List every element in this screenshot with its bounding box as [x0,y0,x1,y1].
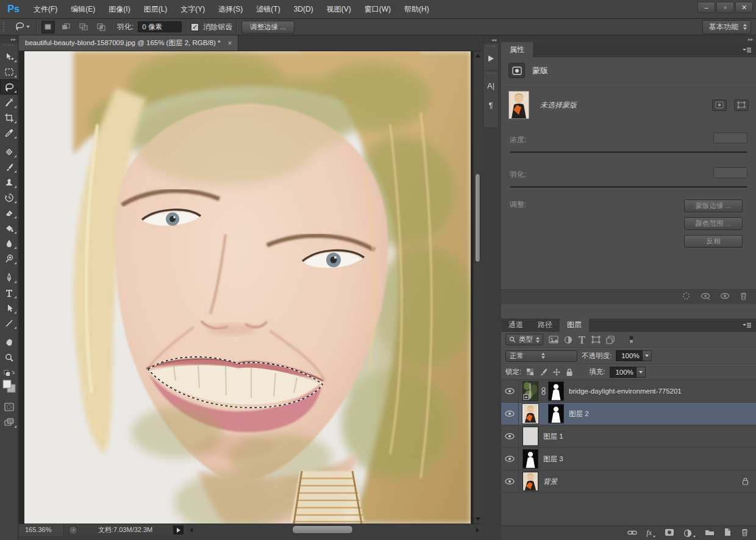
panel-collapse-icon[interactable]: ▸▸ [501,35,756,43]
lock-all-icon[interactable] [566,368,573,376]
color-range-button[interactable]: 颜色范围 ... [684,217,743,230]
menu-edit[interactable]: 编辑(E) [64,0,102,19]
lock-image-pixels-icon[interactable] [539,368,547,376]
quick-selection-tool[interactable] [0,95,18,110]
scroll-right-icon[interactable] [476,528,479,533]
vertical-scrollbar[interactable] [473,51,482,524]
visibility-toggle[interactable] [501,448,519,470]
tab-channels[interactable]: 通道 [501,318,530,332]
gradient-tool[interactable] [0,220,18,236]
new-layer-icon[interactable] [724,528,732,538]
document-tab[interactable]: beautiful-beauty-blond-1587009.jpg @ 165… [19,35,238,51]
properties-panel-menu-icon[interactable] [741,46,752,54]
clone-stamp-tool[interactable] [0,175,18,190]
menu-image[interactable]: 图像(I) [102,0,137,19]
fill-dropdown-icon[interactable] [637,367,646,378]
shape-tool[interactable] [0,315,18,331]
maximize-button[interactable]: ▫ [716,2,734,13]
layer-row[interactable]: 图层 3 [501,448,756,470]
path-selection-tool[interactable] [0,300,18,315]
menu-filter[interactable]: 滤镜(T) [249,0,287,19]
layer-thumbnail[interactable] [522,404,538,423]
new-adjustment-layer-icon[interactable] [683,529,696,538]
filter-kind-dropdown[interactable]: 类型 [505,334,543,345]
layer-thumbnail[interactable] [522,449,538,469]
crop-tool[interactable] [0,110,18,125]
feather-input[interactable]: 0 像素 [138,21,182,32]
status-options-button[interactable] [173,525,184,535]
delete-layer-trash-icon[interactable] [741,528,749,538]
menu-select[interactable]: 选择(S) [212,0,249,19]
horizontal-scrollbar[interactable] [187,524,482,536]
tab-paths[interactable]: 路径 [530,318,560,332]
scroll-left-icon[interactable] [190,528,193,533]
quick-mask-mode-button[interactable] [0,399,18,414]
anti-alias-checkbox[interactable]: ✓ [191,23,199,31]
hand-tool[interactable] [0,334,18,350]
filter-pixel-layers-icon[interactable] [549,336,558,344]
lock-transparent-pixels-icon[interactable] [526,368,534,376]
subtract-from-selection-mode-button[interactable] [77,21,90,34]
feather-value-box[interactable] [713,167,747,178]
layers-panel-menu-icon[interactable] [741,322,752,329]
menu-help[interactable]: 帮助(H) [398,0,436,19]
layer-name[interactable]: 图层 3 [543,455,563,464]
link-layers-icon[interactable] [627,529,637,538]
tab-properties[interactable]: 属性 [501,42,533,57]
spot-healing-brush-tool[interactable] [0,144,18,159]
current-tool-preset[interactable] [12,20,32,34]
blur-tool[interactable] [0,236,18,251]
vertical-scroll-thumb[interactable] [475,173,480,262]
layer-name[interactable]: 图层 2 [569,409,589,419]
layer-row-selected[interactable]: 图层 2 [501,403,756,425]
layer-row-background[interactable]: 背景 [501,470,756,493]
actions-panel-icon[interactable] [483,49,498,68]
visibility-toggle[interactable] [501,403,519,425]
minimize-button[interactable]: – [697,2,715,13]
document-tab-close-icon[interactable]: × [227,39,232,48]
layer-row[interactable]: bridge-daylight-environment-775201 [501,380,756,403]
canvas-image[interactable] [24,51,471,524]
delete-mask-trash-icon[interactable] [740,292,747,302]
menu-file[interactable]: 文件(F) [27,0,64,19]
apply-mask-icon[interactable] [701,292,710,302]
layer-name[interactable]: 图层 1 [543,432,563,441]
layer-name[interactable]: bridge-daylight-environment-775201 [569,387,682,395]
rectangular-marquee-tool[interactable] [0,64,18,79]
close-button[interactable]: ✕ [735,2,753,13]
menu-type[interactable]: 文字(Y) [174,0,212,19]
screen-mode-button[interactable] [0,414,18,430]
layer-row[interactable]: 图层 1 [501,425,756,448]
workspace-switcher[interactable]: 基本功能 [702,20,751,34]
load-selection-from-mask-icon[interactable] [682,292,691,302]
add-to-selection-mode-button[interactable] [59,21,73,34]
scroll-down-icon[interactable] [476,517,480,520]
new-selection-mode-button[interactable] [41,21,55,34]
filter-type-layers-icon[interactable] [578,336,586,344]
layer-mask-thumbnail[interactable] [548,381,564,401]
visibility-toggle[interactable] [501,470,519,492]
lock-position-icon[interactable] [552,368,561,376]
horizontal-scroll-thumb[interactable] [292,525,353,534]
mask-link-icon[interactable] [538,387,548,395]
add-pixel-mask-icon[interactable] [712,99,727,111]
opacity-dropdown-icon[interactable] [643,350,652,361]
layer-name[interactable]: 背景 [543,477,557,486]
layer-thumbnail[interactable] [522,381,538,401]
menu-view[interactable]: 视图(V) [320,0,358,19]
scroll-up-icon[interactable] [476,54,480,57]
eraser-tool[interactable] [0,205,18,220]
type-tool[interactable] [0,285,18,300]
dodge-tool[interactable] [0,251,18,266]
swap-colors-icon[interactable] [0,369,18,378]
visibility-toggle[interactable] [501,425,519,447]
menu-window[interactable]: 窗口(W) [358,0,398,19]
filter-adjustment-layers-icon[interactable] [564,336,572,344]
paragraph-panel-icon[interactable]: ¶ [483,95,498,115]
filtering-toggle-icon[interactable] [629,335,634,344]
character-panel-icon[interactable]: A| [483,76,498,95]
add-layer-mask-icon[interactable] [665,528,674,538]
visibility-toggle[interactable] [501,380,519,402]
toolbar-collapse-icon[interactable]: ▸▸ [0,35,18,43]
new-group-folder-icon[interactable] [705,528,715,538]
